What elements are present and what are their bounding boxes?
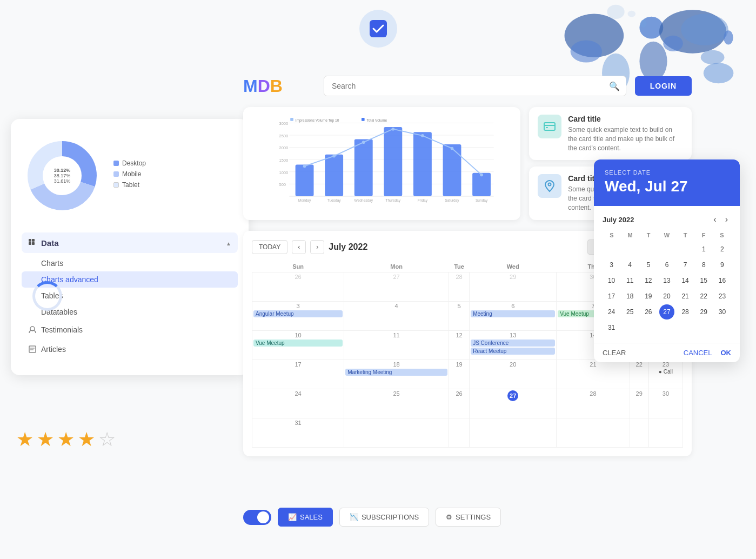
- dp-day[interactable]: 16: [714, 273, 730, 288]
- table-row: 22: [630, 360, 648, 389]
- svg-text:Sunday: Sunday: [476, 198, 488, 203]
- dp-day[interactable]: 1: [696, 242, 711, 257]
- dp-day[interactable]: [641, 320, 656, 335]
- dp-day[interactable]: 4: [623, 257, 638, 272]
- dp-day[interactable]: 3: [604, 257, 619, 272]
- svg-point-49: [303, 165, 306, 168]
- dp-day[interactable]: [641, 242, 656, 257]
- search-icon: 🔍: [609, 81, 620, 91]
- table-row: 12: [449, 330, 470, 360]
- star-1: ★: [16, 428, 34, 451]
- sidebar-item-charts[interactable]: Charts: [22, 255, 238, 271]
- svg-rect-23: [29, 242, 31, 245]
- dp-day[interactable]: 15: [696, 273, 711, 288]
- dp-day[interactable]: [623, 242, 638, 257]
- sidebar-item-testimonials[interactable]: Testimonials: [22, 320, 238, 340]
- dp-day[interactable]: [659, 242, 674, 257]
- search-input[interactable]: [324, 76, 626, 96]
- table-row: [648, 418, 683, 447]
- table-row: [344, 418, 449, 447]
- datepicker-month-label: July 2022: [603, 216, 634, 224]
- info-card-1-text: Some quick example text to build on the …: [568, 125, 683, 152]
- dp-day[interactable]: 18: [623, 289, 638, 304]
- datepicker-month-row: July 2022 ‹ ›: [603, 214, 731, 225]
- tab-subscriptions-button[interactable]: 📉 SUBSCRIPTIONS: [339, 508, 429, 527]
- svg-point-50: [332, 155, 336, 158]
- svg-text:38.17%: 38.17%: [54, 173, 71, 178]
- dp-day[interactable]: 29: [696, 304, 711, 320]
- svg-rect-21: [29, 239, 31, 242]
- calendar-next-button[interactable]: ›: [310, 240, 324, 254]
- dp-day[interactable]: 5: [641, 257, 656, 272]
- dp-day[interactable]: 11: [623, 273, 638, 288]
- datepicker-next-button[interactable]: ›: [722, 214, 731, 225]
- donut-chart-area: 30.12% 38.17% 31.61% Desktop Mobile Tabl…: [22, 135, 238, 216]
- svg-point-9: [701, 50, 725, 64]
- dp-day[interactable]: [714, 320, 730, 335]
- list-item: JS Conference: [471, 340, 555, 347]
- bar-chart-card: 3000 2500 2000 1500 1000 500: [243, 107, 520, 220]
- dp-day[interactable]: [623, 320, 638, 335]
- svg-rect-44: [354, 139, 373, 196]
- dp-day[interactable]: [659, 320, 674, 335]
- header-bar: MDB 🔍 LOGIN: [243, 76, 692, 96]
- dp-day[interactable]: 14: [678, 273, 693, 288]
- dp-day[interactable]: 24: [604, 304, 619, 320]
- dp-day[interactable]: [678, 242, 693, 257]
- calendar-title: July 2022: [329, 242, 367, 252]
- table-row: 26: [449, 389, 470, 418]
- datepicker-cancel-button[interactable]: CANCEL: [684, 349, 712, 357]
- datepicker-nav: ‹ ›: [710, 214, 731, 225]
- left-panel: 30.12% 38.17% 31.61% Desktop Mobile Tabl…: [11, 119, 249, 375]
- cal-dow-wed: Wed: [470, 261, 557, 272]
- login-button[interactable]: LOGIN: [635, 76, 692, 96]
- svg-text:3000: 3000: [279, 121, 288, 126]
- dp-day[interactable]: 26: [641, 304, 656, 320]
- dp-day[interactable]: 25: [623, 304, 638, 320]
- datepicker-clear-button[interactable]: CLEAR: [603, 349, 626, 357]
- svg-text:Wednesday: Wednesday: [354, 198, 373, 203]
- svg-text:1000: 1000: [279, 170, 288, 175]
- table-row: 11: [344, 330, 449, 360]
- cal-dow-sun: Sun: [252, 261, 344, 272]
- legend-desktop: Desktop: [113, 159, 146, 167]
- table-row: 10 Vue Meetup: [252, 330, 344, 360]
- dp-day[interactable]: 9: [714, 257, 730, 272]
- calendar-prev-button[interactable]: ‹: [292, 240, 306, 254]
- table-row: 21: [557, 360, 630, 389]
- dp-day[interactable]: 10: [604, 273, 619, 288]
- dp-day-selected[interactable]: 27: [659, 304, 674, 320]
- dp-day[interactable]: 19: [641, 289, 656, 304]
- dp-day[interactable]: 22: [696, 289, 711, 304]
- dp-day[interactable]: [604, 242, 619, 257]
- datepicker-prev-button[interactable]: ‹: [710, 214, 719, 225]
- testimonials-icon: [28, 325, 37, 334]
- svg-point-51: [362, 141, 365, 144]
- dp-day[interactable]: 7: [678, 257, 693, 272]
- sidebar-section-data[interactable]: Data: [22, 232, 238, 253]
- table-row: 13 JS Conference React Meetup: [470, 330, 557, 360]
- dp-day[interactable]: [696, 320, 711, 335]
- dp-day[interactable]: 13: [659, 273, 674, 288]
- dp-day[interactable]: [678, 320, 693, 335]
- table-row: 5: [449, 301, 470, 330]
- dp-day[interactable]: 23: [714, 289, 730, 304]
- tab-sales-button[interactable]: 📈 SALES: [278, 508, 333, 527]
- dp-day[interactable]: 12: [641, 273, 656, 288]
- dp-day[interactable]: 28: [678, 304, 693, 320]
- dp-day[interactable]: 17: [604, 289, 619, 304]
- datepicker-ok-button[interactable]: OK: [721, 349, 732, 357]
- dp-day[interactable]: 30: [714, 304, 730, 320]
- toggle-switch[interactable]: [243, 510, 271, 525]
- dp-day[interactable]: 20: [659, 289, 674, 304]
- calendar-today-button[interactable]: TODAY: [252, 240, 287, 254]
- dp-day[interactable]: 2: [714, 242, 730, 257]
- dp-day[interactable]: 21: [678, 289, 693, 304]
- dp-day[interactable]: 31: [604, 320, 619, 335]
- dp-day[interactable]: 6: [659, 257, 674, 272]
- sidebar-item-articles[interactable]: Articles: [22, 340, 238, 359]
- svg-point-13: [628, 11, 636, 17]
- tab-settings-button[interactable]: ⚙ SETTINGS: [436, 508, 501, 527]
- dp-day[interactable]: 8: [696, 257, 711, 272]
- table-row: 24: [252, 389, 344, 418]
